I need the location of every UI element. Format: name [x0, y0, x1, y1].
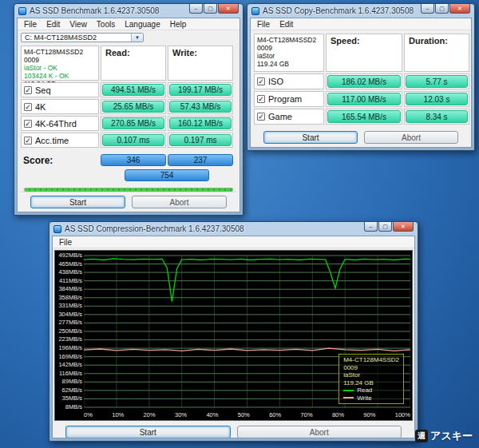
- acctime-write-value: 0.197 ms: [169, 134, 232, 146]
- legend-capacity: 119.24 GB: [343, 379, 399, 387]
- drive-select-dropdown[interactable]: C: M4-CT128M4SSD2: [21, 33, 144, 42]
- 4k64thrd-checkbox[interactable]: [24, 120, 32, 128]
- total-score-row: 754: [101, 169, 233, 181]
- write-score: 237: [168, 154, 233, 166]
- 4k-label: 4K: [35, 102, 46, 112]
- 4k64thrd-write-cell: 160.12 MB/s: [168, 116, 233, 131]
- maximize-button[interactable]: [435, 4, 449, 14]
- row-iso: ISO: [254, 73, 324, 89]
- x-tick: 50%: [238, 411, 250, 419]
- menu-edit[interactable]: Edit: [42, 19, 65, 29]
- 4k64thrd-write-value: 160.12 MB/s: [169, 117, 232, 129]
- game-label: Game: [268, 112, 292, 121]
- duration-column-header: Duration:: [404, 34, 469, 72]
- y-axis-labels: 492MB/s 465MB/s 438MB/s 411MB/s 384MB/s …: [57, 252, 84, 410]
- benchmark-results-grid: M4-CT128M4SSD2 0009 iaStor - OK 103424 K…: [21, 46, 236, 148]
- score-label: Score:: [21, 155, 99, 166]
- menubar: File Edit View Tools Language Help: [18, 18, 240, 30]
- menubar: File: [53, 236, 414, 248]
- close-button[interactable]: [218, 4, 239, 14]
- legend-write-swatch: [343, 397, 354, 398]
- close-button[interactable]: [393, 222, 414, 232]
- menu-file[interactable]: File: [19, 19, 42, 29]
- 4k-write-cell: 57.43 MB/s: [168, 99, 233, 114]
- 4k-checkbox[interactable]: [24, 103, 32, 111]
- y-tick: 250MB/s: [57, 328, 82, 335]
- legend-read-label: Read: [357, 387, 372, 394]
- game-duration-value: 8.34 s: [406, 110, 468, 123]
- compression-benchmark-window: AS SSD Compression-Benchmark 1.6.4237.30…: [49, 221, 418, 442]
- watermark-text: アスキー: [430, 429, 473, 443]
- window-controls: [189, 4, 239, 14]
- seq-read-cell: 494.51 MB/s: [101, 82, 166, 97]
- minimize-button[interactable]: [421, 4, 434, 14]
- window-title: AS SSD Compression-Benchmark 1.6.4237.30…: [65, 224, 361, 233]
- button-row: Start Abort: [251, 128, 471, 147]
- maximize-button[interactable]: [204, 4, 217, 14]
- y-tick: 384MB/s: [57, 286, 82, 292]
- acctime-read-value: 0.107 ms: [102, 134, 164, 146]
- row-seq: Seq: [21, 82, 99, 97]
- y-tick: 331MB/s: [57, 303, 82, 309]
- titlebar[interactable]: AS SSD Compression-Benchmark 1.6.4237.30…: [52, 222, 415, 236]
- watermark: 週 アスキー: [415, 429, 473, 443]
- menu-file[interactable]: File: [252, 19, 275, 29]
- abort-button[interactable]: Abort: [237, 426, 402, 438]
- device-info-panel: M4-CT128M4SSD2 0009 iaStor - OK 103424 K…: [21, 46, 99, 81]
- x-tick: 20%: [144, 411, 156, 419]
- start-button[interactable]: Start: [263, 131, 358, 144]
- legend-model: M4-CT128M4SSD2: [343, 356, 399, 364]
- x-tick: 100%: [395, 411, 410, 419]
- device-model: M4-CT128M4SSD2: [24, 48, 96, 56]
- legend-driver: iaStor: [343, 371, 399, 379]
- start-button[interactable]: Start: [65, 426, 231, 438]
- total-score: 754: [125, 169, 209, 181]
- program-checkbox[interactable]: [257, 95, 265, 103]
- 4k-write-value: 57.43 MB/s: [169, 101, 232, 113]
- legend-firmware: 0009: [343, 364, 399, 372]
- legend-read-swatch: [343, 390, 354, 391]
- acctime-checkbox[interactable]: [24, 137, 32, 145]
- y-tick: 35MB/s: [57, 395, 82, 402]
- titlebar[interactable]: AS SSD Benchmark 1.6.4237.30508: [17, 4, 240, 18]
- write-column-header: Write:: [168, 46, 233, 81]
- program-speed-value: 117.00 MB/s: [327, 93, 401, 105]
- plot-area: M4-CT128M4SSD2 0009 iaStor 119.24 GB Rea…: [84, 252, 410, 410]
- abort-button[interactable]: Abort: [364, 131, 458, 144]
- button-row: Start Abort: [53, 422, 414, 438]
- y-tick: 438MB/s: [57, 269, 82, 276]
- legend-write-label: Write: [357, 394, 372, 402]
- menu-tools[interactable]: Tools: [92, 19, 120, 29]
- device-info-panel: M4-CT128M4SSD2 0009 iaStor 119.24 GB: [254, 34, 324, 72]
- minimize-button[interactable]: [364, 222, 378, 232]
- chevron-down-icon[interactable]: [131, 34, 143, 42]
- y-tick: 62MB/s: [57, 387, 82, 394]
- minimize-button[interactable]: [189, 4, 203, 14]
- app-icon: [53, 225, 61, 233]
- 4k-read-cell: 25.65 MB/s: [101, 99, 166, 114]
- y-tick: 142MB/s: [57, 362, 82, 368]
- x-tick: 80%: [332, 411, 344, 419]
- menu-language[interactable]: Language: [120, 19, 165, 29]
- x-tick: 40%: [206, 411, 218, 419]
- iso-checkbox[interactable]: [257, 77, 265, 85]
- menu-file[interactable]: File: [54, 237, 77, 247]
- menu-help[interactable]: Help: [165, 19, 192, 29]
- 4k64thrd-read-cell: 270.85 MB/s: [101, 116, 166, 131]
- abort-button[interactable]: Abort: [132, 196, 227, 208]
- titlebar[interactable]: AS SSD Copy-Benchmark 1.6.4237.30508: [250, 4, 472, 18]
- menu-edit[interactable]: Edit: [275, 19, 298, 29]
- maximize-button[interactable]: [378, 222, 392, 232]
- x-tick: 90%: [363, 411, 375, 419]
- device-driver: iaStor: [257, 52, 321, 60]
- start-button[interactable]: Start: [30, 196, 125, 208]
- menu-view[interactable]: View: [65, 19, 92, 29]
- device-capacity: 119.24 GB: [257, 60, 321, 68]
- window-controls: [421, 4, 470, 14]
- game-checkbox[interactable]: [257, 113, 265, 121]
- window-title: AS SSD Benchmark 1.6.4237.30508: [30, 6, 186, 15]
- seq-checkbox[interactable]: [24, 86, 32, 94]
- seq-read-value: 494.51 MB/s: [102, 84, 164, 96]
- row-game: Game: [254, 109, 324, 125]
- close-button[interactable]: [449, 4, 470, 14]
